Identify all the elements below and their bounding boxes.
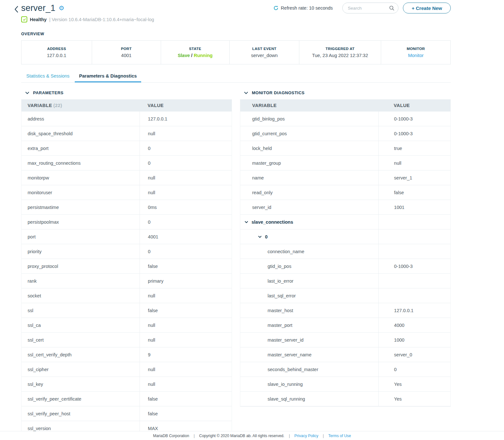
parameters-table: VARIABLE(22) VALUE address 127.0.0.1 dis… xyxy=(21,99,232,436)
privacy-policy-link[interactable]: Privacy Policy xyxy=(295,434,319,438)
tab-parameters-diagnostics[interactable]: Parameters & Diagnostics xyxy=(75,71,141,82)
parameter-row[interactable]: ssl false xyxy=(21,303,232,318)
tab-bar: Statistics & Sessions Parameters & Diagn… xyxy=(21,71,451,83)
page-header: server_1 ⚙ Refresh rate: 10 seconds xyxy=(21,0,451,13)
terms-of-use-link[interactable]: Terms of Use xyxy=(328,434,351,438)
overview-card-address: ADDRESS 127.0.0.1 xyxy=(21,41,92,64)
diagnostics-table-header: VARIABLE VALUE xyxy=(240,99,450,112)
monitor-link[interactable]: Monitor xyxy=(408,53,423,58)
diagnostic-row[interactable]: master_host 127.0.0.1 xyxy=(240,303,450,318)
refresh-rate-label: Refresh rate: 10 seconds xyxy=(281,5,333,11)
back-button[interactable] xyxy=(13,5,20,13)
gear-icon[interactable]: ⚙ xyxy=(59,5,64,11)
diagnostic-row[interactable]: connection_name xyxy=(240,244,450,259)
parameter-row[interactable]: monitoruser null xyxy=(21,185,232,200)
server-status-line: Healthy | Version 10.6.4-MariaDB-1:10.6.… xyxy=(21,16,451,22)
diagnostic-row[interactable]: last_io_error xyxy=(240,274,450,288)
diagnostic-row[interactable]: server_id 1001 xyxy=(240,200,450,215)
overview-heading: OVERVIEW xyxy=(21,32,451,36)
footer-copyright: Copyright © 2020 MariaDB ab. All rights … xyxy=(199,434,285,438)
parameter-row[interactable]: ssl_verify_peer_host false xyxy=(21,406,232,421)
parameter-row[interactable]: ssl_cipher null xyxy=(21,362,232,377)
diagnostic-row[interactable]: gtid_io_pos 0-1000-3 xyxy=(240,259,450,274)
parameter-row[interactable]: port 4001 xyxy=(21,229,232,244)
page-footer: MariaDB Corporation | Copyright © 2020 M… xyxy=(0,431,504,440)
footer-company: MariaDB Corporation xyxy=(153,434,189,438)
parameter-row[interactable]: persistpoolmax 0 xyxy=(21,215,232,229)
parameters-heading: PARAMETERS xyxy=(33,90,64,95)
overview-card-port: PORT 4001 xyxy=(92,41,161,64)
overview-card-triggered-at: TRIGGERED AT Tue, 23 Aug 2022 12:37:32 xyxy=(299,41,381,64)
chevron-down-icon xyxy=(25,91,30,95)
diagnostic-row[interactable]: slave_io_running Yes xyxy=(240,377,450,392)
diagnostics-table: VARIABLE VALUE gtid_binlog_p xyxy=(240,99,451,407)
parameter-row[interactable]: ssl_ca null xyxy=(21,318,232,333)
diagnostic-row[interactable]: gtid_current_pos 0-1000-3 xyxy=(240,126,450,141)
parameters-panel: PARAMETERS VARIABLE(22) VALUE address 12… xyxy=(21,90,232,436)
chevron-down-icon xyxy=(244,91,248,95)
create-new-button[interactable]: + Create New xyxy=(403,3,451,13)
state-value: Slave / Running xyxy=(178,53,213,58)
diagnostic-row[interactable]: slave_sql_running Yes xyxy=(240,392,450,406)
parameter-row[interactable]: priority 0 xyxy=(21,244,232,259)
diagnostic-row[interactable]: master_group null xyxy=(240,156,450,170)
parameter-row[interactable]: rank primary xyxy=(21,274,232,288)
parameter-row[interactable]: max_routing_connections 0 xyxy=(21,156,232,170)
tab-statistics-sessions[interactable]: Statistics & Sessions xyxy=(22,71,74,82)
diagnostics-heading: MONITOR DIAGNOSTICS xyxy=(252,90,305,95)
diagnostic-row[interactable]: name server_1 xyxy=(240,170,450,185)
diagnostic-row[interactable]: lock_held true xyxy=(240,141,450,156)
state-slave: Slave xyxy=(178,53,190,58)
diagnostic-row[interactable]: 0 xyxy=(240,229,450,244)
diagnostic-row[interactable]: master_server_id 1000 xyxy=(240,333,450,347)
overview-card-state: STATE Slave / Running xyxy=(161,41,230,64)
chevron-down-icon[interactable] xyxy=(244,220,248,224)
diagnostic-row[interactable]: master_server_name server_0 xyxy=(240,347,450,362)
health-status: Healthy xyxy=(30,17,47,22)
overview-cards: ADDRESS 127.0.0.1 PORT 4001 STATE Slave … xyxy=(21,40,451,64)
search-icon[interactable] xyxy=(389,5,395,11)
parameter-row[interactable]: address 127.0.0.1 xyxy=(21,112,232,126)
monitor-diagnostics-panel: MONITOR DIAGNOSTICS VARIABLE VALUE xyxy=(240,90,451,407)
version-text: | Version 10.6.4-MariaDB-1:10.6.4+maria~… xyxy=(49,17,154,22)
chevron-left-icon xyxy=(13,5,20,13)
parameter-row[interactable]: ssl_cert null xyxy=(21,333,232,347)
overview-card-last-event: LAST EVENT server_down xyxy=(229,41,299,64)
diagnostic-row[interactable]: master_port 4000 xyxy=(240,318,450,333)
parameters-section-toggle[interactable]: PARAMETERS xyxy=(21,90,232,95)
chevron-down-icon[interactable] xyxy=(258,235,262,239)
overview-card-monitor: MONITOR Monitor xyxy=(381,41,450,64)
diagnostics-section-toggle[interactable]: MONITOR DIAGNOSTICS xyxy=(240,90,451,95)
search-box xyxy=(342,3,398,13)
parameter-row[interactable]: proxy_protocol false xyxy=(21,259,232,274)
parameter-row[interactable]: ssl_key null xyxy=(21,377,232,392)
parameter-row[interactable]: monitorpw null xyxy=(21,170,232,185)
diagnostic-row[interactable]: gtid_binlog_pos 0-1000-3 xyxy=(240,112,450,126)
parameter-row[interactable]: ssl_verify_peer_certificate false xyxy=(21,392,232,406)
diagnostic-row[interactable]: read_only false xyxy=(240,185,450,200)
refresh-icon[interactable] xyxy=(273,5,278,11)
diagnostic-row[interactable]: slave_connections xyxy=(240,215,450,229)
parameters-table-header: VARIABLE(22) VALUE xyxy=(21,99,232,112)
parameter-row[interactable]: ssl_cert_verify_depth 9 xyxy=(21,347,232,362)
diagnostic-row[interactable]: seconds_behind_master 0 xyxy=(240,362,450,377)
diagnostic-row[interactable]: last_sql_error xyxy=(240,288,450,303)
parameter-row[interactable]: persistmaxtime 0ms xyxy=(21,200,232,215)
parameter-row[interactable]: disk_space_threshold null xyxy=(21,126,232,141)
healthy-check-icon xyxy=(21,16,27,22)
page-title: server_1 xyxy=(21,3,56,13)
parameter-row[interactable]: socket null xyxy=(21,288,232,303)
state-running: Running xyxy=(194,53,213,58)
parameter-row[interactable]: extra_port 0 xyxy=(21,141,232,156)
